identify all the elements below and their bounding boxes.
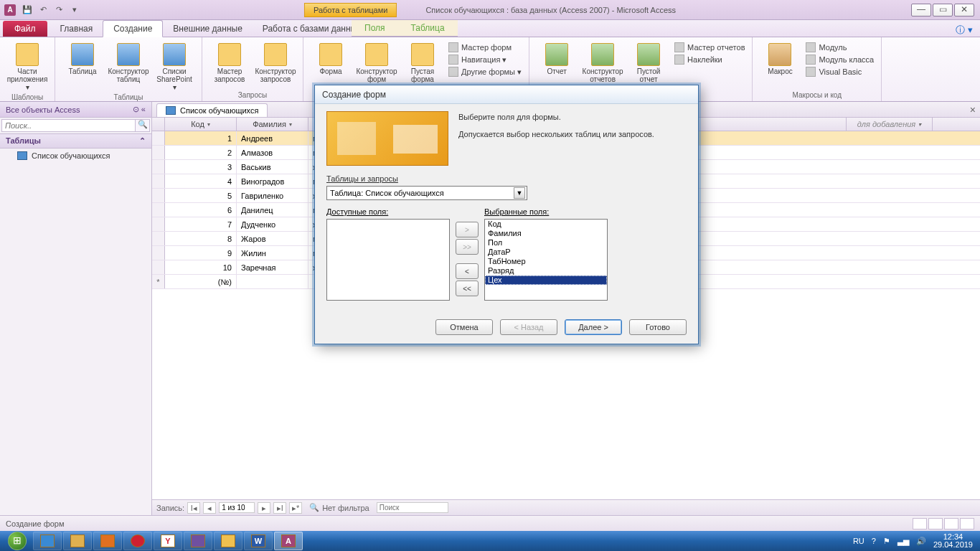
design-view-button[interactable] xyxy=(928,518,943,529)
available-fields-listbox[interactable] xyxy=(326,219,450,301)
other-view-button[interactable] xyxy=(944,518,958,529)
tab-fields[interactable]: Поля xyxy=(352,20,398,37)
row-selector[interactable] xyxy=(152,189,165,202)
last-record-button[interactable]: ▸I xyxy=(273,502,286,514)
blank-report-button[interactable]: Пустой отчет xyxy=(627,42,670,85)
close-button[interactable]: ✕ xyxy=(954,4,974,17)
selected-fields-listbox[interactable]: КодФамилияПолДатаРТабНомерРазрядЦех xyxy=(484,219,608,301)
blank-form-button[interactable]: Пустая форма xyxy=(401,42,444,85)
list-item[interactable]: Цех xyxy=(485,276,607,285)
other-view-button2[interactable] xyxy=(960,518,974,529)
col-add-field[interactable]: для добавления▾ xyxy=(847,118,933,131)
back-button[interactable]: < Назад xyxy=(500,319,557,335)
customize-qat-icon[interactable]: ▾ xyxy=(67,3,82,17)
minimize-button[interactable]: — xyxy=(911,4,931,17)
new-record-button[interactable]: ▸* xyxy=(289,502,302,514)
record-search-input[interactable] xyxy=(377,502,448,513)
prev-record-button[interactable]: ◂ xyxy=(203,502,216,514)
add-all-fields-button[interactable]: >> xyxy=(456,239,479,255)
row-selector[interactable] xyxy=(152,174,165,188)
record-position-input[interactable] xyxy=(219,502,255,513)
tab-table[interactable]: Таблица xyxy=(398,20,458,37)
table-designer-button[interactable]: Конструктор таблиц xyxy=(107,42,150,85)
nav-header[interactable]: Все объекты Access⊙ « xyxy=(0,102,151,118)
collapse-icon[interactable]: ⌃ xyxy=(139,136,146,146)
row-selector[interactable] xyxy=(152,146,165,159)
module-button[interactable]: Модуль xyxy=(804,42,875,53)
col-code[interactable]: Код▾ xyxy=(165,118,237,131)
finish-button[interactable]: Готово xyxy=(629,319,687,335)
tab-external-data[interactable]: Внешние данные xyxy=(163,21,253,37)
list-item[interactable]: Разряд xyxy=(485,266,607,276)
remove-all-fields-button[interactable]: << xyxy=(456,281,479,296)
tray-network-icon[interactable]: ▃▅ xyxy=(897,537,909,546)
taskbar-explorer[interactable] xyxy=(63,532,92,550)
class-module-button[interactable]: Модуль класса xyxy=(804,54,875,65)
taskbar-ie[interactable] xyxy=(33,532,62,550)
clock[interactable]: 12:34 29.04.2019 xyxy=(933,533,973,549)
taskbar-mediaplayer[interactable] xyxy=(93,532,122,550)
nav-group-tables[interactable]: Таблицы⌃ xyxy=(0,134,151,149)
maximize-button[interactable]: ▭ xyxy=(933,4,953,17)
next-button[interactable]: Далее > xyxy=(565,319,622,335)
dropdown-icon[interactable]: ▼ xyxy=(514,187,525,199)
form-button[interactable]: Форма xyxy=(309,42,352,77)
report-designer-button[interactable]: Конструктор отчетов xyxy=(581,42,624,85)
query-designer-button[interactable]: Конструктор запросов xyxy=(254,42,297,85)
list-item[interactable]: Пол xyxy=(485,238,607,248)
redo-icon[interactable]: ↷ xyxy=(52,3,66,17)
form-wizard-button[interactable]: Мастер форм xyxy=(447,42,523,53)
first-record-button[interactable]: I◂ xyxy=(187,502,200,514)
tray-flag-icon[interactable]: ⚑ xyxy=(883,537,890,546)
datasheet-view-button[interactable] xyxy=(913,518,927,529)
start-button[interactable] xyxy=(3,531,32,551)
list-item[interactable]: ДатаР xyxy=(485,248,607,257)
application-parts-button[interactable]: Части приложения ▾ xyxy=(6,42,49,93)
help-icon[interactable]: ⓘ ▾ xyxy=(956,24,973,37)
taskbar-paint[interactable] xyxy=(214,532,242,550)
save-icon[interactable]: 💾 xyxy=(20,3,34,17)
list-item[interactable]: Фамилия xyxy=(485,229,607,238)
report-button[interactable]: Отчет xyxy=(535,42,578,77)
macro-button[interactable]: Макрос xyxy=(758,42,801,77)
table-combobox[interactable]: Таблица: Список обучающихся ▼ xyxy=(326,186,527,200)
row-selector[interactable] xyxy=(152,232,165,245)
row-selector[interactable] xyxy=(152,131,165,145)
table-button[interactable]: Таблица xyxy=(61,42,104,77)
undo-icon[interactable]: ↶ xyxy=(36,3,50,17)
visual-basic-button[interactable]: Visual Basic xyxy=(804,66,875,77)
row-selector[interactable] xyxy=(152,203,165,217)
query-wizard-button[interactable]: Мастер запросов xyxy=(208,42,251,85)
close-document-icon[interactable]: × xyxy=(970,104,976,116)
remove-field-button[interactable]: < xyxy=(456,263,479,279)
search-icon[interactable]: 🔍 xyxy=(136,119,150,132)
report-wizard-button[interactable]: Мастер отчетов xyxy=(673,42,746,53)
tab-create[interactable]: Создание xyxy=(103,20,163,37)
taskbar-word[interactable]: W xyxy=(244,532,273,550)
taskbar-access[interactable]: A xyxy=(274,532,303,550)
form-designer-button[interactable]: Конструктор форм xyxy=(355,42,398,85)
row-selector[interactable] xyxy=(152,260,165,274)
navigation-button[interactable]: Навигация ▾ xyxy=(447,54,523,65)
add-field-button[interactable]: > xyxy=(456,222,479,237)
document-tab[interactable]: Список обучающихся xyxy=(156,103,268,117)
row-selector[interactable] xyxy=(152,246,165,260)
tray-volume-icon[interactable]: 🔊 xyxy=(916,537,926,546)
cancel-button[interactable]: Отмена xyxy=(435,319,493,335)
taskbar-opera[interactable] xyxy=(123,532,152,550)
tray-help-icon[interactable]: ? xyxy=(872,537,876,545)
other-forms-button[interactable]: Другие формы ▾ xyxy=(447,66,523,77)
row-selector[interactable] xyxy=(152,160,165,174)
taskbar-winrar[interactable] xyxy=(184,532,212,550)
chevron-down-icon[interactable]: ⊙ « xyxy=(133,105,146,114)
select-all-cell[interactable] xyxy=(152,118,165,131)
nav-item-table[interactable]: Список обучающихся xyxy=(0,149,151,163)
row-selector[interactable] xyxy=(152,217,165,231)
list-item[interactable]: ТабНомер xyxy=(485,257,607,266)
labels-button[interactable]: Наклейки xyxy=(673,54,746,65)
taskbar-yandex[interactable]: Y xyxy=(154,532,182,550)
list-item[interactable]: Код xyxy=(485,220,607,229)
language-indicator[interactable]: RU xyxy=(853,537,864,545)
nav-search-input[interactable] xyxy=(1,119,136,132)
sharepoint-lists-button[interactable]: Списки SharePoint ▾ xyxy=(153,42,196,93)
